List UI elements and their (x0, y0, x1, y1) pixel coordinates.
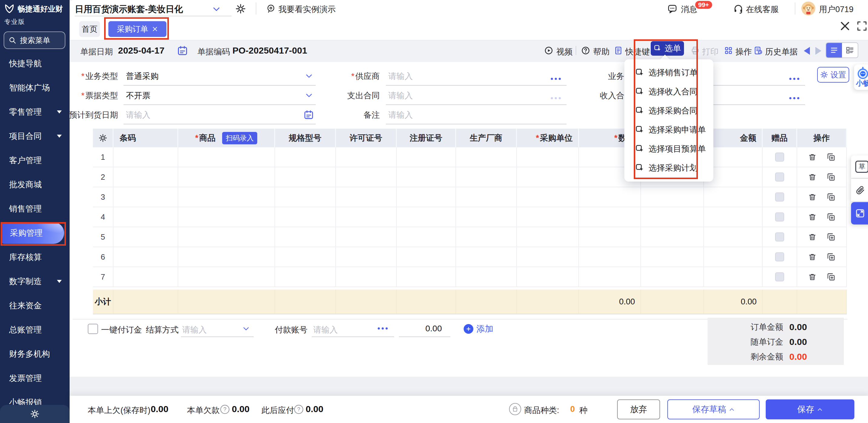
cell[interactable] (641, 247, 704, 267)
cell[interactable] (579, 267, 641, 287)
search-input[interactable]: 搜索菜单 (4, 31, 65, 49)
close-icon[interactable] (839, 20, 851, 32)
cell[interactable] (178, 167, 275, 187)
cell[interactable] (641, 207, 704, 227)
doc-date-value[interactable]: 2025-04-17 (118, 45, 164, 56)
gift-checkbox[interactable] (775, 213, 784, 222)
help-icon[interactable] (581, 46, 590, 55)
cell[interactable] (456, 247, 517, 267)
cell[interactable] (336, 187, 397, 207)
column-header-0[interactable] (93, 129, 114, 148)
save-button[interactable]: 保存 (766, 399, 855, 419)
business-type-field[interactable]: 普通采购 (126, 71, 159, 82)
cell[interactable] (517, 267, 579, 287)
cell[interactable] (797, 148, 847, 167)
copy-row-icon[interactable] (827, 173, 835, 181)
topbar-gear-icon[interactable] (236, 4, 246, 14)
settle-method-input[interactable]: 请输入 (182, 324, 207, 335)
copy-row-icon[interactable] (827, 233, 835, 241)
card-view-icon[interactable] (842, 43, 858, 58)
select-menu-item-2[interactable]: 选择采购合同 (624, 101, 713, 120)
gift-checkbox[interactable] (775, 252, 784, 261)
delete-row-icon[interactable] (808, 153, 816, 161)
sidebar-item-11[interactable]: 总账管理 (0, 318, 70, 342)
cell[interactable] (641, 187, 704, 207)
delete-row-icon[interactable] (808, 272, 816, 281)
delete-row-icon[interactable] (808, 253, 816, 261)
sidebar-item-9[interactable]: 数字制造 (0, 269, 70, 293)
cell[interactable] (397, 227, 456, 247)
select-menu-item-1[interactable]: 选择收入合同 (624, 82, 713, 101)
cell[interactable] (579, 247, 641, 267)
sidebar-item-3[interactable]: 项目合同 (0, 124, 70, 148)
cell[interactable] (178, 207, 275, 227)
select-doc-button[interactable]: 选单 (651, 41, 684, 56)
cell[interactable] (704, 187, 763, 207)
cell[interactable] (114, 267, 178, 287)
cell[interactable] (763, 207, 797, 227)
save-draft-button[interactable]: 保存草稿 (668, 399, 760, 419)
cell[interactable] (763, 267, 797, 287)
cell[interactable] (336, 267, 397, 287)
cell[interactable] (275, 267, 336, 287)
cell[interactable] (517, 148, 579, 167)
cell[interactable] (517, 167, 579, 187)
cell[interactable] (797, 167, 847, 187)
copy-row-icon[interactable] (827, 153, 835, 161)
cell[interactable] (397, 187, 456, 207)
cell[interactable] (114, 227, 178, 247)
actions-button[interactable]: 操作 (736, 46, 752, 57)
cell[interactable] (275, 187, 336, 207)
prev-doc-arrow-icon[interactable] (804, 47, 810, 55)
cell[interactable] (797, 267, 847, 287)
cell[interactable] (275, 207, 336, 227)
list-view-icon[interactable] (826, 43, 842, 58)
cell[interactable] (797, 187, 847, 207)
gift-checkbox[interactable] (775, 192, 784, 201)
cell[interactable] (797, 227, 847, 247)
cell[interactable] (763, 167, 797, 187)
cell[interactable] (797, 207, 847, 227)
doc-date-calendar-icon[interactable] (177, 45, 188, 56)
history-button[interactable]: 历史单据 (765, 46, 798, 57)
delete-row-icon[interactable] (808, 213, 816, 221)
cell[interactable] (275, 247, 336, 267)
tab-home[interactable]: 首页 (79, 21, 100, 37)
cell[interactable] (114, 207, 178, 227)
support-headset-icon[interactable] (733, 4, 743, 13)
cell[interactable] (456, 167, 517, 187)
copy-row-icon[interactable] (827, 253, 835, 261)
sidebar-item-4[interactable]: 客户管理 (0, 148, 70, 172)
expense-contract-field[interactable]: 请输入 (388, 90, 413, 101)
cell[interactable] (517, 187, 579, 207)
sidebar-item-12[interactable]: 财务多机构 (0, 342, 70, 366)
cell[interactable] (763, 227, 797, 247)
discard-button[interactable]: 放弃 (617, 399, 660, 419)
deposit-amount-value[interactable]: 0.00 (399, 324, 442, 333)
copy-row-icon[interactable] (827, 213, 835, 221)
cell[interactable] (579, 187, 641, 207)
cell[interactable] (114, 148, 178, 167)
cell[interactable] (178, 267, 275, 287)
cell[interactable] (704, 267, 763, 287)
sidebar-item-1[interactable]: 智能体广场 (0, 76, 70, 100)
next-doc-arrow-icon[interactable] (815, 47, 822, 55)
cell[interactable] (336, 247, 397, 267)
cell[interactable] (275, 148, 336, 167)
cell[interactable] (114, 247, 178, 267)
settle-chevron-down-icon[interactable] (242, 325, 250, 333)
cell[interactable] (397, 267, 456, 287)
sidebar-item-5[interactable]: 批发商城 (0, 172, 70, 197)
demo-link[interactable]: 我要看实例演示 (278, 4, 336, 15)
sidebar-settings-button[interactable] (0, 405, 70, 423)
tab-close-icon[interactable] (152, 26, 158, 32)
select-menu-item-3[interactable]: 选择采购申请单 (624, 120, 713, 139)
gift-checkbox[interactable] (775, 172, 784, 182)
one-click-deposit-checkbox[interactable] (88, 324, 98, 334)
cell[interactable] (797, 247, 847, 267)
cell[interactable] (336, 167, 397, 187)
cell[interactable] (336, 207, 397, 227)
select-menu-item-5[interactable]: 选择采购计划 (624, 158, 713, 177)
pay-account-input[interactable]: 请输入 (313, 324, 338, 335)
expand-panel-button[interactable] (851, 202, 868, 225)
